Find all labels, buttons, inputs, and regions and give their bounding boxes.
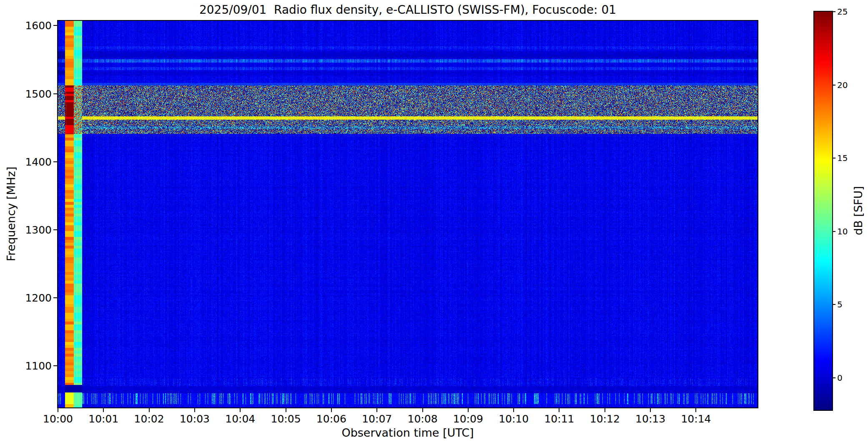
x-tick-mark [605,408,605,412]
x-tick-label: 10:07 [362,413,392,425]
y-tick-mark [53,229,57,230]
x-tick-mark [559,408,559,412]
x-tick-mark [103,408,104,412]
x-tick-mark [240,408,241,412]
x-tick-label: 10:09 [453,413,483,425]
colorbar-tick-mark [832,304,835,305]
x-tick-label: 10:14 [681,413,711,425]
x-tick-label: 10:08 [407,413,437,425]
y-tick-label: 1600 [0,20,52,32]
colorbar-tick-label: 5 [837,299,843,309]
colorbar-tick-mark [832,377,835,378]
colorbar-tick-mark [832,11,835,12]
x-tick-label: 10:11 [544,413,574,425]
y-tick-label: 1400 [0,156,52,168]
spectrogram-canvas [58,21,758,407]
x-tick-mark [513,408,514,412]
y-tick-mark [53,161,57,162]
chart-title: 2025/09/01 Radio flux density, e-CALLIST… [199,3,616,17]
colorbar-label: dB [SFU] [852,186,865,235]
y-tick-mark [53,25,57,26]
x-tick-mark [468,408,469,412]
x-tick-label: 10:13 [635,413,665,425]
colorbar-tick-label: 10 [837,226,848,236]
colorbar-tick-label: 0 [837,373,843,383]
x-tick-mark [376,408,377,412]
x-tick-mark [194,408,195,412]
x-tick-mark [695,408,696,412]
x-tick-label: 10:03 [180,413,210,425]
x-tick-label: 10:02 [134,413,164,425]
colorbar-gradient-canvas [814,12,832,410]
x-tick-mark [58,408,58,412]
x-tick-mark [650,408,651,412]
colorbar [813,11,833,411]
x-tick-label: 10:04 [225,413,255,425]
y-tick-label: 1300 [0,224,52,236]
x-tick-label: 10:12 [590,413,620,425]
x-tick-mark [422,408,423,412]
x-tick-mark [149,408,150,412]
x-tick-label: 10:10 [499,413,529,425]
y-tick-label: 1100 [0,360,52,372]
x-tick-mark [286,408,286,412]
x-tick-label: 10:06 [316,413,346,425]
x-tick-label: 10:05 [271,413,301,425]
y-axis-label: Frequency [MHz] [5,167,18,261]
colorbar-tick-label: 25 [837,7,848,17]
y-tick-mark [53,93,57,94]
plot-area [57,20,758,408]
y-tick-label: 1200 [0,292,52,304]
colorbar-tick-mark [832,85,835,85]
x-tick-label: 10:01 [88,413,118,425]
x-tick-label: 10:00 [43,413,73,425]
y-tick-label: 1500 [0,88,52,100]
colorbar-tick-mark [832,158,835,158]
x-axis-label: Observation time [UTC] [341,426,474,439]
y-tick-mark [53,297,57,298]
colorbar-tick-mark [832,231,835,232]
colorbar-tick-label: 20 [837,80,848,90]
y-tick-mark [53,365,57,366]
colorbar-tick-label: 15 [837,153,848,163]
spectrogram-figure: 2025/09/01 Radio flux density, e-CALLIST… [0,0,868,445]
x-tick-mark [331,408,332,412]
